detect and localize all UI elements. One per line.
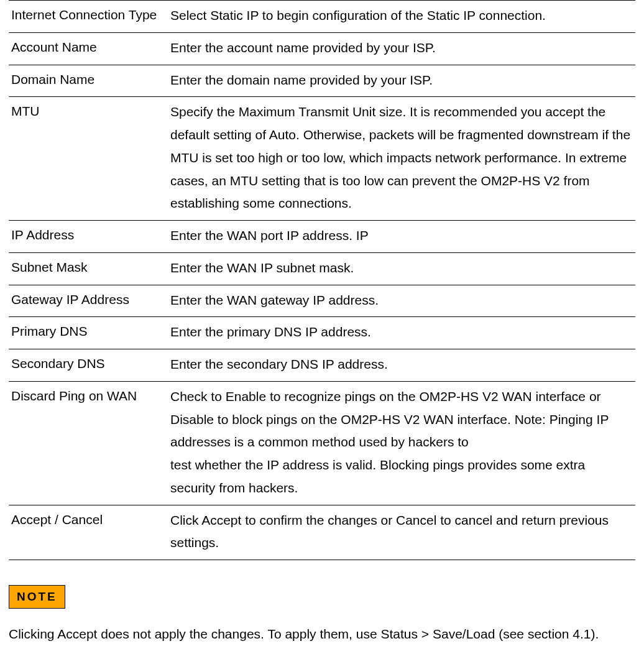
row-desc: Check to Enable to recognize pings on th… xyxy=(168,381,635,505)
row-label: MTU xyxy=(9,97,168,221)
row-desc: Enter the WAN port IP address. IP xyxy=(168,221,635,253)
row-label: Accept / Cancel xyxy=(9,505,168,560)
table-row: Domain Name Enter the domain name provid… xyxy=(9,65,635,97)
row-label: Discard Ping on WAN xyxy=(9,381,168,505)
table-row: Internet Connection Type Select Static I… xyxy=(9,1,635,33)
note-badge: NOTE xyxy=(9,585,65,609)
row-label: Account Name xyxy=(9,32,168,65)
settings-table-body: Internet Connection Type Select Static I… xyxy=(9,1,635,560)
row-label: Subnet Mask xyxy=(9,252,168,285)
row-label: IP Address xyxy=(9,221,168,253)
row-label: Secondary DNS xyxy=(9,349,168,382)
note-text: Clicking Accept does not apply the chang… xyxy=(9,622,635,647)
row-desc: Enter the primary DNS IP address. xyxy=(168,317,635,349)
table-row: Discard Ping on WAN Check to Enable to r… xyxy=(9,381,635,505)
table-row: MTU Specify the Maximum Transmit Unit si… xyxy=(9,97,635,221)
row-label: Gateway IP Address xyxy=(9,285,168,317)
table-row: Accept / Cancel Click Accept to confirm … xyxy=(9,505,635,560)
row-label: Internet Connection Type xyxy=(9,1,168,33)
row-desc: Specify the Maximum Transmit Unit size. … xyxy=(168,97,635,221)
row-desc: Enter the domain name provided by your I… xyxy=(168,65,635,97)
row-label: Primary DNS xyxy=(9,317,168,349)
row-desc: Enter the account name provided by your … xyxy=(168,32,635,65)
table-row: IP Address Enter the WAN port IP address… xyxy=(9,221,635,253)
row-desc: Enter the secondary DNS IP address. xyxy=(168,349,635,382)
table-row: Primary DNS Enter the primary DNS IP add… xyxy=(9,317,635,349)
settings-table: Internet Connection Type Select Static I… xyxy=(9,0,635,560)
table-row: Account Name Enter the account name prov… xyxy=(9,32,635,65)
table-row: Gateway IP Address Enter the WAN gateway… xyxy=(9,285,635,317)
row-desc: Enter the WAN IP subnet mask. xyxy=(168,252,635,285)
table-row: Secondary DNS Enter the secondary DNS IP… xyxy=(9,349,635,382)
row-desc: Click Accept to confirm the changes or C… xyxy=(168,505,635,560)
row-desc: Select Static IP to begin configuration … xyxy=(168,1,635,33)
row-label: Domain Name xyxy=(9,65,168,97)
row-desc: Enter the WAN gateway IP address. xyxy=(168,285,635,317)
table-row: Subnet Mask Enter the WAN IP subnet mask… xyxy=(9,252,635,285)
